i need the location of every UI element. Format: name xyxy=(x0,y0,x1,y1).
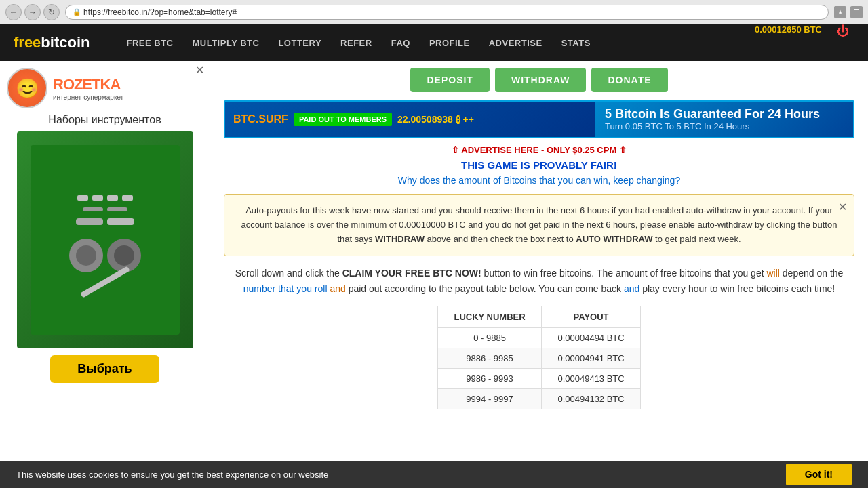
col-payout: PAYOUT xyxy=(542,306,641,328)
btc-balance: 0.00012650 BTC xyxy=(745,24,831,61)
table-row: 0 - 98850.00004494 BTC xyxy=(438,328,641,348)
info-box-close-button[interactable]: ✕ xyxy=(838,199,847,216)
ad-toolbox-image xyxy=(17,131,193,348)
address-bar[interactable]: 🔒 https://freebitco.in/?op=home&tab=lott… xyxy=(65,5,829,20)
got-it-button[interactable]: Got it! xyxy=(786,464,852,485)
lucky-number-cell: 0 - 9885 xyxy=(438,328,542,348)
nav-multiply-btc[interactable]: MULTIPLY BTC xyxy=(182,24,269,61)
claim-highlight: CLAIM YOUR FREE BTC NOW! xyxy=(342,268,481,279)
blue-text-and: and xyxy=(624,283,639,294)
btcsurf-paid-label: PAID OUT TO MEMBERS xyxy=(294,113,392,126)
cookie-text: This website uses cookies to ensure you … xyxy=(16,470,328,480)
nav-refer[interactable]: REFER xyxy=(331,24,382,61)
toolbox-inner xyxy=(31,145,180,335)
ad-brand: 😊 ROZETKA интернет-супермаркет xyxy=(7,68,203,108)
refresh-button[interactable]: ↻ xyxy=(43,4,60,20)
orange-text-2: and xyxy=(330,283,345,294)
blue-text-number: number that you roll xyxy=(243,283,328,294)
orange-text: will xyxy=(766,268,779,279)
payout-cell: 0.00049413 BTC xyxy=(542,369,641,389)
fair-text: THIS GAME IS PROVABLY FAIR! xyxy=(224,159,854,171)
payout-cell: 0.00004494 BTC xyxy=(542,328,641,348)
tool-item xyxy=(107,218,134,225)
tool-item xyxy=(92,195,103,201)
col-lucky-number: LUCKY NUMBER xyxy=(438,306,542,328)
donate-button[interactable]: DONATE xyxy=(591,68,667,92)
rozetka-logo: 😊 xyxy=(7,68,47,108)
main-content: DEPOSIT WITHDRAW DONATE BTC.SURF PAID OU… xyxy=(210,61,868,461)
nav-faq[interactable]: FAQ xyxy=(382,24,420,61)
top-banner: BTC.SURF PAID OUT TO MEMBERS 22.00508938… xyxy=(224,100,854,138)
tool-item xyxy=(77,195,88,201)
tool-item xyxy=(76,218,103,225)
table-row: 9986 - 99930.00049413 BTC xyxy=(438,369,641,389)
main-wrapper: ✕ 😊 ROZETKA интернет-супермаркет Наборы … xyxy=(0,61,868,461)
tool-item xyxy=(107,195,118,201)
lucky-number-cell: 9886 - 9985 xyxy=(438,348,542,369)
site-header: freebitcoin FREE BTC MULTIPLY BTC LOTTER… xyxy=(0,24,868,61)
forward-button[interactable]: → xyxy=(24,4,41,20)
logo-bitcoin: bitcoin xyxy=(41,34,90,51)
payout-table: LUCKY NUMBER PAYOUT 0 - 98850.00004494 B… xyxy=(437,306,641,409)
btcsurf-banner[interactable]: BTC.SURF PAID OUT TO MEMBERS 22.00508938… xyxy=(225,102,595,137)
btcsurf-logo: BTC.SURF xyxy=(233,113,288,125)
table-row: 9886 - 99850.00004941 BTC xyxy=(438,348,641,369)
why-link[interactable]: Why does the amount of Bitcoins that you… xyxy=(224,175,854,186)
url-text: https://freebitco.in/?op=home&tab=lotter… xyxy=(83,7,237,17)
ad-sub: интернет-супермаркет xyxy=(53,94,123,101)
browser-actions: ★ ☰ xyxy=(834,6,863,18)
nav-stats[interactable]: STATS xyxy=(552,24,600,61)
lucky-number-cell: 9994 - 9997 xyxy=(438,389,542,409)
ad-cta-button[interactable]: Выбрать xyxy=(50,355,159,383)
lucky-number-cell: 9986 - 9993 xyxy=(438,369,542,389)
ad-headline: Наборы инструментов xyxy=(48,114,161,126)
browser-chrome: ← → ↻ 🔒 https://freebitco.in/?op=home&ta… xyxy=(0,0,868,24)
lock-icon: 🔒 xyxy=(73,8,81,16)
wrench-item xyxy=(83,207,103,211)
scroll-text: Scroll down and click the CLAIM YOUR FRE… xyxy=(224,266,854,296)
guarantee-title: 5 Bitcoin Is Guaranteed For 24 Hours xyxy=(605,107,844,121)
guarantee-sub: Turn 0.05 BTC To 5 BTC In 24 Hours xyxy=(605,121,844,131)
power-button[interactable]: ⏻ xyxy=(831,24,854,61)
info-box: ✕ Auto-payouts for this week have now st… xyxy=(224,194,854,256)
menu-icon[interactable]: ☰ xyxy=(850,6,863,18)
site-logo[interactable]: freebitcoin xyxy=(14,34,90,52)
main-nav: FREE BTC MULTIPLY BTC LOTTERY REFER FAQ … xyxy=(117,24,854,61)
btcsurf-amount: 22.00508938 ₿ ++ xyxy=(397,114,474,125)
withdraw-button[interactable]: WITHDRAW xyxy=(495,68,587,92)
info-box-text: Auto-payouts for this week have now star… xyxy=(241,205,837,244)
ad-brand-name: ROZETKA xyxy=(53,76,123,94)
deposit-button[interactable]: DEPOSIT xyxy=(410,68,489,92)
rozetka-face-icon: 😊 xyxy=(8,69,46,107)
wrench-item xyxy=(107,207,127,211)
nav-free-btc[interactable]: FREE BTC xyxy=(117,24,182,61)
tool-item xyxy=(122,195,133,201)
nav-lottery[interactable]: LOTTERY xyxy=(269,24,331,61)
star-icon[interactable]: ★ xyxy=(834,6,846,18)
payout-cell: 0.00494132 BTC xyxy=(542,389,641,409)
payout-cell: 0.00004941 BTC xyxy=(542,348,641,369)
nav-profile[interactable]: PROFILE xyxy=(420,24,479,61)
cookie-bar: This website uses cookies to ensure you … xyxy=(0,461,868,488)
tool-circle xyxy=(69,239,103,272)
left-ad-sidebar: ✕ 😊 ROZETKA интернет-супермаркет Наборы … xyxy=(0,61,210,461)
nav-advertise[interactable]: ADVERTISE xyxy=(479,24,552,61)
back-button[interactable]: ← xyxy=(5,4,22,20)
table-row: 9994 - 99970.00494132 BTC xyxy=(438,389,641,409)
ad-content: 😊 ROZETKA интернет-супермаркет Наборы ин… xyxy=(0,61,210,390)
ad-close-button[interactable]: ✕ xyxy=(195,64,204,77)
advertise-bar: ⇧ ADVERTISE HERE - ONLY $0.25 CPM ⇧ xyxy=(224,145,854,155)
action-buttons-row: DEPOSIT WITHDRAW DONATE xyxy=(224,68,854,92)
logo-free: free xyxy=(14,34,41,51)
guarantee-banner[interactable]: 5 Bitcoin Is Guaranteed For 24 Hours Tur… xyxy=(595,102,853,137)
ad-title-block: ROZETKA интернет-супермаркет xyxy=(53,76,123,101)
